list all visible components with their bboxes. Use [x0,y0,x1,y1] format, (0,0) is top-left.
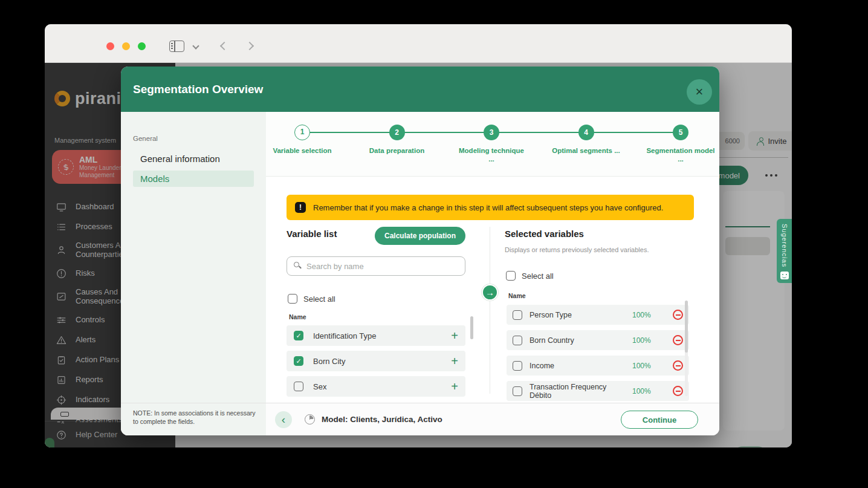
variable-name: Person Type [530,311,625,319]
step-5-circle[interactable]: 5 [673,125,688,140]
selected-variable-row-born-country: Born Country100% [507,330,689,350]
select-all-label: Select all [522,272,554,281]
step-3-label: Modeling technique ... [455,146,528,164]
stepper: 1Variable selection2Data preparation3Mod… [266,112,719,177]
variable-name: Transaction Frequency Débito [530,383,625,400]
step-1-circle[interactable]: 1 [294,125,310,140]
variable-list-scrollbar[interactable] [470,316,473,339]
selected-variables-scrollbar[interactable] [685,301,688,353]
column-divider [490,227,490,394]
screen: pirani Management system $ AML Money Lau… [0,0,868,488]
variable-name: Income [530,362,625,370]
note-line-1: NOTE: In some associations it is necessa… [133,409,266,417]
remove-variable-icon[interactable] [673,386,683,396]
selected-variables-name-header: Name [508,292,526,299]
suggestions-tab[interactable]: Sugerencias [777,219,792,283]
step-4-circle[interactable]: 4 [578,125,594,140]
selected-variable-row-person-type: Person Type100% [507,305,689,325]
variable-row-born-city: ✓Born City+ [287,351,465,371]
modal-nav-items: General informationModels [121,151,266,190]
step-5-label: Segmentation model ... [644,146,717,164]
selected-variables-subtitle: Displays or returns previously selected … [505,246,649,253]
warning-banner: ! Remember that if you make a change in … [287,195,694,220]
variable-name: Identification Type [313,331,441,340]
step-4-label: Optimal segments ... [550,146,623,155]
checkbox-unchecked[interactable] [513,361,522,371]
variable-percent: 100% [632,311,666,319]
variable-list-name-header: Name [289,313,306,320]
search-box [287,256,465,276]
variable-row-identification-type: ✓Identification Type+ [287,325,465,346]
add-variable-icon[interactable]: + [451,380,458,392]
model-summary-label: Model: Clients, Jurídica, Activo [322,403,442,435]
modal-title: Segmentation Overview [133,67,263,112]
chevron-down-icon[interactable] [192,42,199,49]
selected-variable-row-income: Income100% [507,356,689,376]
calculate-population-button[interactable]: Calculate population [375,227,465,245]
checkbox-checked[interactable]: ✓ [294,356,303,366]
back-step-button[interactable]: ‹ [275,411,292,428]
checkbox-unchecked[interactable] [513,386,522,396]
checkbox-unchecked[interactable] [294,382,303,391]
minimize-window-button[interactable] [122,42,130,50]
select-all-checkbox[interactable] [288,294,297,304]
modal-footer: NOTE: In some associations it is necessa… [121,403,719,435]
checkbox-checked[interactable]: ✓ [294,331,303,340]
window-titlebar [45,24,792,63]
macos-window: pirani Management system $ AML Money Lau… [45,24,792,447]
add-variable-icon[interactable]: + [451,355,458,367]
variable-row-sex: Sex+ [287,376,465,397]
add-variable-icon[interactable]: + [451,330,458,342]
variable-name: Sex [313,382,441,391]
variable-name: Born City [313,357,441,366]
step-2-circle[interactable]: 2 [389,125,405,140]
warning-text: Remember that if you make a change in th… [313,203,663,212]
warning-icon: ! [295,202,306,213]
feedback-smiley-icon [780,272,789,279]
checkbox-unchecked[interactable] [513,336,522,345]
nav-section-label: General [133,135,158,142]
variable-percent: 100% [632,387,666,395]
selected-variables-title: Selected variables [505,229,584,239]
close-icon[interactable]: × [687,79,712,105]
sidebar-toggle-icon[interactable] [169,41,184,52]
continue-button[interactable]: Continue [621,411,698,429]
modal-content: 1Variable selection2Data preparation3Mod… [266,112,719,403]
back-icon[interactable] [220,42,228,50]
close-window-button[interactable] [106,42,114,50]
selected-variable-row-transaction-frequency-d-bito: Transaction Frequency Débito100% [507,381,689,401]
select-all-variables[interactable]: Select all [288,294,335,304]
segmentation-overview-modal: Segmentation Overview × General General … [121,67,719,435]
step-2-label: Data preparation [361,146,433,155]
modal-nav-models[interactable]: Models [133,171,254,187]
model-pie-icon [305,414,315,425]
forward-icon[interactable] [245,42,254,50]
variable-percent: 100% [632,362,666,370]
variable-percent: 100% [632,336,666,345]
variable-list-title: Variable list [287,229,337,239]
note-line-2: to complete the fields. [133,417,266,426]
search-icon [294,262,299,267]
footer-note: NOTE: In some associations it is necessa… [121,403,266,435]
modal-nav-panel: General General informationModels [121,112,266,403]
modal-nav-general-information[interactable]: General information [133,151,254,167]
step-1-label: Variable selection [266,146,338,155]
remove-variable-icon[interactable] [673,335,683,345]
step-3-circle[interactable]: 3 [484,125,499,140]
suggestions-label: Sugerencias [781,224,788,267]
select-all-selected-variables[interactable]: Select all [506,271,554,281]
checkbox-unchecked[interactable] [513,310,522,320]
variable-name: Born Country [530,336,625,345]
transfer-arrow-icon[interactable]: → [482,284,498,301]
select-all-label: Select all [303,294,335,304]
modal-header: Segmentation Overview × [121,67,719,112]
remove-variable-icon[interactable] [673,310,683,320]
remove-variable-icon[interactable] [673,360,683,371]
select-all-checkbox[interactable] [506,271,516,281]
search-input[interactable] [306,258,461,275]
zoom-window-button[interactable] [138,42,146,50]
